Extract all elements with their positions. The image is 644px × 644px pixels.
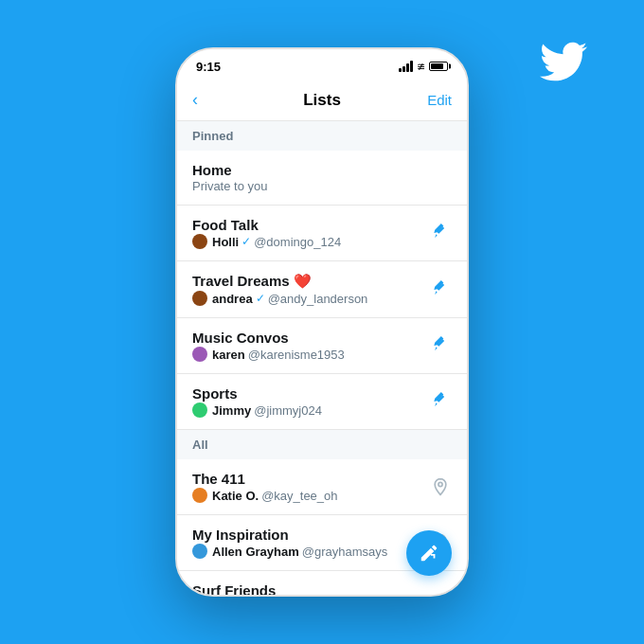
lists-content: Pinned Home Private to you Food Talk Hol… (177, 121, 467, 597)
list-item[interactable]: Home Private to you (177, 151, 467, 206)
list-item-name: Food Talk (192, 217, 429, 233)
avatar (192, 402, 207, 418)
list-item-name: Sports (192, 385, 429, 402)
list-item-content: Travel Dreams ❤️ andrea ✓ @andy_landerso… (192, 273, 429, 306)
list-item-subtitle: Allen Grayham @grayhamsays (192, 544, 429, 559)
list-item-name: Home (192, 162, 452, 178)
signal-icon (399, 61, 413, 72)
list-item-subtitle: Private to you (192, 179, 452, 193)
avatar (192, 544, 207, 559)
list-item-subtitle: Holli ✓ @domingo_124 (192, 234, 429, 249)
all-section-header: All (177, 430, 467, 459)
pin-outline-icon[interactable] (429, 475, 452, 498)
list-item[interactable]: Food Talk Holli ✓ @domingo_124 (177, 206, 467, 261)
pin-filled-icon[interactable] (429, 278, 452, 301)
battery-icon (429, 62, 448, 71)
status-bar: 9:15 ≇ (177, 49, 467, 80)
list-item[interactable]: Music Convos karen @karenisme1953 (177, 318, 467, 374)
status-time: 9:15 (196, 60, 221, 74)
status-icons: ≇ (399, 61, 448, 73)
avatar (192, 291, 207, 306)
pin-filled-icon[interactable] (429, 390, 452, 413)
back-button[interactable]: ‹ (192, 90, 221, 110)
list-item-subtitle: Katie O. @kay_tee_oh (192, 488, 429, 503)
pin-filled-icon[interactable] (429, 222, 452, 244)
list-item-subtitle: Jimmy @jimmyj024 (192, 402, 429, 418)
list-item[interactable]: Travel Dreams ❤️ andrea ✓ @andy_landerso… (177, 261, 467, 318)
wifi-icon: ≇ (417, 61, 425, 73)
list-item-content: Music Convos karen @karenisme1953 (192, 330, 429, 362)
twitter-bird-icon (535, 38, 592, 85)
list-item-name: Travel Dreams ❤️ (192, 273, 429, 290)
verified-icon: ✓ (256, 292, 265, 305)
list-item-content: Surf Friends Kian @naturelvr49 (192, 582, 452, 597)
avatar (192, 488, 207, 503)
list-item-content: The 411 Katie O. @kay_tee_oh (192, 471, 429, 503)
pinned-section-header: Pinned (177, 121, 467, 151)
list-item-name: Surf Friends (192, 582, 452, 597)
list-item[interactable]: Sports Jimmy @jimmyj024 (177, 374, 467, 430)
list-item-content: Sports Jimmy @jimmyj024 (192, 385, 429, 418)
nav-bar: ‹ Lists Edit (177, 80, 467, 121)
list-item-content: My Inspiration Allen Grayham @grayhamsay… (192, 527, 429, 559)
edit-button[interactable]: Edit (423, 92, 452, 108)
avatar (192, 347, 207, 362)
phone-frame: 9:15 ≇ ‹ Lists Edit Pinned Home (175, 47, 469, 597)
list-item[interactable]: The 411 Katie O. @kay_tee_oh (177, 459, 467, 515)
list-item-content: Food Talk Holli ✓ @domingo_124 (192, 217, 429, 249)
list-item-subtitle: andrea ✓ @andy_landerson (192, 291, 429, 306)
list-item-name: My Inspiration (192, 527, 429, 543)
pin-filled-icon[interactable] (429, 334, 452, 357)
avatar (192, 234, 207, 249)
verified-icon: ✓ (242, 235, 251, 248)
list-item-name: Music Convos (192, 330, 429, 346)
list-item-name: The 411 (192, 471, 429, 487)
create-list-fab[interactable] (406, 530, 452, 576)
nav-title: Lists (221, 91, 423, 110)
list-item-subtitle: karen @karenisme1953 (192, 347, 429, 362)
list-item-content: Home Private to you (192, 162, 452, 193)
